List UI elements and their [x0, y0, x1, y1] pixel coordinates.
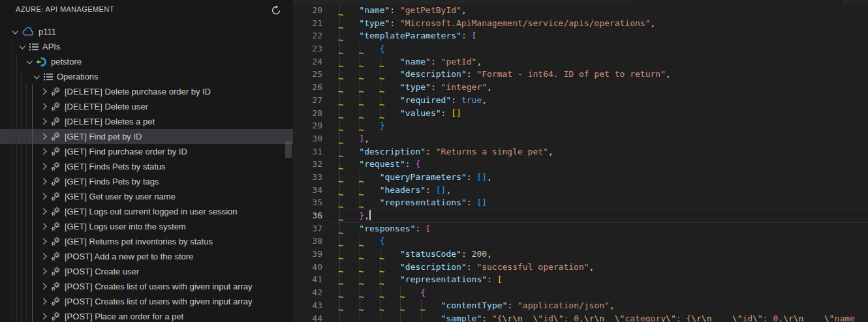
chevron-right-icon[interactable] — [39, 252, 48, 261]
operation-item[interactable]: [DELETE] Delete user — [0, 99, 293, 114]
tree-item-petstore[interactable]: petstore — [0, 54, 293, 69]
sidebar-title: AZURE: API MANAGEMENT — [16, 5, 114, 13]
operation-item[interactable]: [POST] Create user — [0, 264, 293, 279]
code-token: "description" — [359, 147, 426, 156]
chevron-right-icon[interactable] — [39, 222, 48, 231]
operation-item[interactable]: [GET] Logs out current logged in user se… — [0, 204, 293, 219]
code-area[interactable]: 20~"name": "getPetById",21~"type": "Micr… — [293, 4, 868, 322]
line-number: 29 — [293, 119, 322, 132]
chevron-right-icon[interactable] — [39, 132, 48, 141]
chevron-right-icon[interactable] — [39, 147, 48, 156]
chevron-right-icon[interactable] — [39, 282, 48, 291]
chevron-right-icon[interactable] — [39, 192, 48, 201]
code-line[interactable]: 36~}, — [293, 209, 868, 222]
code-token: \" — [615, 314, 625, 322]
code-line[interactable]: 42~~~~{ — [293, 286, 868, 299]
whitespace-warning-squiggle: ~ — [379, 318, 384, 322]
operation-item[interactable]: [DELETE] Delete purchase order by ID — [0, 84, 293, 99]
gears-icon — [50, 116, 61, 127]
tab-bar[interactable] — [293, 0, 868, 5]
code-line[interactable]: 27~~~"required": true, — [293, 94, 868, 107]
code-line[interactable]: 20~"name": "getPetById", — [293, 4, 868, 17]
operation-item[interactable]: [GET] Find pet by ID — [0, 129, 293, 144]
code-line[interactable]: 28~~~"values": [] — [293, 107, 868, 120]
code-token: \" — [824, 314, 835, 322]
operation-item[interactable]: [GET] Find purchase order by ID — [0, 144, 293, 159]
api-icon — [36, 57, 48, 67]
code-token: : — [467, 198, 477, 207]
code-token: : — [415, 224, 426, 233]
vscode-window: AZURE: API MANAGEMENT p111APIspetstoreOp… — [0, 0, 868, 322]
code-line[interactable]: 41~~~"representations": [ — [293, 273, 868, 286]
code-line[interactable]: 30~], — [293, 132, 868, 145]
code-token: \" — [553, 314, 564, 322]
code-line[interactable]: 31~"description": "Returns a single pet"… — [293, 145, 868, 158]
tree-item-label: APIs — [42, 42, 60, 51]
code-line[interactable]: 34~~"headers": [], — [293, 184, 868, 197]
code-token: true — [461, 95, 482, 105]
code-text: "description": "successful operation", — [400, 261, 594, 274]
code-line[interactable]: 29~~} — [293, 119, 868, 132]
chevron-right-icon[interactable] — [39, 162, 48, 171]
chevron-down-icon[interactable] — [25, 57, 34, 66]
code-line[interactable]: 38~~{ — [293, 235, 868, 248]
code-line[interactable]: 39~~~"statusCode": 200, — [293, 248, 868, 261]
tree-item-label: [POST] Creates list of users with given … — [65, 297, 253, 306]
tree-item-label: Operations — [57, 72, 99, 81]
code-token: : — [426, 147, 436, 156]
chevron-right-icon[interactable] — [39, 177, 48, 186]
code-token: "representations" — [380, 198, 467, 207]
chevron-down-icon[interactable] — [32, 72, 41, 81]
chevron-down-icon[interactable] — [18, 42, 27, 51]
line-number: 40 — [293, 261, 322, 274]
tree-indent-guide — [26, 84, 27, 322]
code-line[interactable]: 37~"responses": [ — [293, 222, 868, 235]
code-line[interactable]: 33~~"queryParameters": [], — [293, 171, 868, 184]
code-token: : — [390, 18, 400, 28]
code-token: : — [461, 31, 472, 40]
chevron-right-icon[interactable] — [39, 87, 48, 96]
code-token: \" — [732, 314, 743, 322]
operation-item[interactable]: [GET] Finds Pets by tags — [0, 174, 293, 189]
refresh-icon[interactable] — [270, 4, 283, 17]
code-line[interactable]: 26~~~"type": "integer", — [293, 81, 868, 94]
code-token: : 0, — [564, 314, 584, 322]
line-number: 20 — [293, 4, 322, 17]
code-line[interactable]: 25~~~"description": "Format - int64. ID … — [293, 68, 868, 81]
operation-item[interactable]: [POST] Add a new pet to the store — [0, 249, 293, 264]
code-line[interactable]: 22~"templateParameters": [ — [293, 29, 868, 42]
chevron-down-icon[interactable] — [10, 27, 20, 37]
chevron-right-icon[interactable] — [39, 207, 48, 216]
active-tab-edge[interactable] — [633, 0, 842, 5]
code-token: : — [431, 82, 441, 92]
tree-item-operations[interactable]: Operations — [0, 69, 293, 84]
operation-item[interactable]: [POST] Creates list of users with given … — [0, 294, 293, 309]
chevron-right-icon[interactable] — [39, 102, 48, 111]
code-line[interactable]: 35~~"representations": [] — [293, 196, 868, 209]
operation-item[interactable]: [DELETE] Deletes a pet — [0, 114, 293, 129]
operation-item[interactable]: [GET] Logs user into the system — [0, 219, 293, 234]
code-line[interactable]: 40~~~"description": "successful operatio… — [293, 261, 868, 274]
code-line[interactable]: 32~"request": { — [293, 158, 868, 171]
sidebar-scrollbar-thumb[interactable] — [285, 141, 292, 158]
code-line[interactable]: 21~"type": "Microsoft.ApiManagement/serv… — [293, 17, 868, 30]
code-line[interactable]: 43~~~~~"contentType": "application/json"… — [293, 299, 868, 312]
chevron-right-icon[interactable] — [39, 267, 48, 276]
operation-item[interactable]: [GET] Finds Pets by status — [0, 159, 293, 174]
code-text: "representations": [] — [380, 196, 487, 209]
chevron-right-icon[interactable] — [39, 297, 48, 306]
tree-item-p111[interactable]: p111 — [0, 24, 293, 39]
operation-item[interactable]: [GET] Returns pet inventories by status — [0, 234, 293, 249]
line-number: 33 — [293, 171, 322, 184]
operation-item[interactable]: [POST] Place an order for a pet — [0, 309, 293, 322]
operation-item[interactable]: [POST] Creates list of users with given … — [0, 279, 293, 294]
tree-item-apis[interactable]: APIs — [0, 39, 293, 54]
chevron-right-icon[interactable] — [39, 312, 48, 321]
code-line[interactable]: 24~~~"name": "petId", — [293, 55, 868, 68]
code-token: id — [743, 314, 753, 322]
code-line[interactable]: 23~~{ — [293, 42, 868, 55]
code-line[interactable]: 44~~~~~"sample": "{\r\n \"id\": 0,\r\n \… — [293, 312, 868, 322]
chevron-right-icon[interactable] — [39, 117, 48, 126]
operation-item[interactable]: [GET] Get user by user name — [0, 189, 293, 204]
chevron-right-icon[interactable] — [39, 237, 48, 246]
